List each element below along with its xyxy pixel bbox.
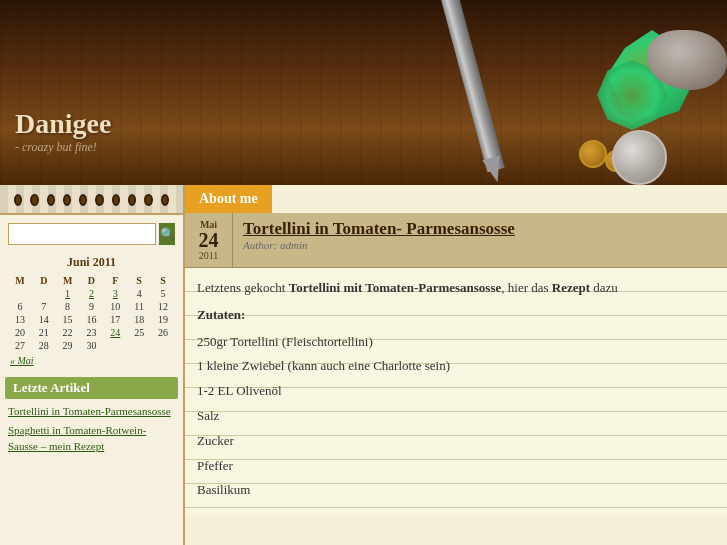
latest-articles-title: Letzte Artikel [5,377,178,399]
coin-1 [579,140,607,168]
cal-cell: 11 [127,300,151,313]
cal-cell: 15 [56,313,80,326]
cal-header-d2: D [80,274,104,287]
cal-header-f: F [103,274,127,287]
cal-cell: 24 [103,326,127,339]
cal-header-m: M [8,274,32,287]
notebook-hole-2 [30,194,38,206]
cal-nav: « Mai [8,352,175,367]
search-input[interactable] [8,223,156,245]
site-name: Danigee [15,108,111,140]
coin-silver [612,130,667,185]
cal-cell: 22 [56,326,80,339]
ingredient-3: Salz [197,406,715,427]
tab-bar: About me [185,185,727,213]
ingredient-1: 1 kleine Zwiebel (kann auch eine Charlot… [197,356,715,377]
cal-day-link[interactable]: 3 [113,288,118,299]
cal-cell: 14 [32,313,56,326]
notebook-holes [0,190,183,210]
cal-cell: 27 [8,339,32,352]
cal-cell: 2 [80,287,104,300]
site-title-block: Danigee - croazy but fine! [15,108,111,155]
calendar-title: Juni 2011 [8,255,175,270]
site-header: Danigee - croazy but fine! [0,0,727,185]
post-intro-end2: dazu [590,280,618,295]
cal-cell: 23 [80,326,104,339]
tab-about-me[interactable]: About me [185,185,272,213]
post-area: Mai 24 2011 Tortellini in Tomaten- Parme… [185,213,727,515]
post-title[interactable]: Tortellini in Tomaten- Parmesansosse [243,219,717,239]
post-intro-text: Letztens gekocht [197,280,289,295]
cal-day-link[interactable]: 1 [65,288,70,299]
sidebar: 🔍 Juni 2011 M D M D F S S [0,185,185,545]
cal-cell: 3 [103,287,127,300]
calendar-row: 1 2 3 4 5 [8,287,175,300]
notebook-hole-5 [79,194,87,206]
calendar-nav-row: « Mai [8,352,175,367]
notebook-hole-4 [63,194,71,206]
cal-cell: 8 [56,300,80,313]
cal-header-m2: M [56,274,80,287]
sidebar-link-2[interactable]: Spaghetti in Tomaten-Rotwein-Sausse – me… [5,421,178,456]
cal-cell: 10 [103,300,127,313]
main-layout: 🔍 Juni 2011 M D M D F S S [0,185,727,545]
sidebar-link-1[interactable]: Tortellini in Tomaten-Parmesansosse [5,402,178,421]
cal-cell: 28 [32,339,56,352]
calendar: Juni 2011 M D M D F S S [0,250,183,372]
cal-cell: 25 [127,326,151,339]
post-year: 2011 [199,250,219,261]
notebook-hole-10 [161,194,169,206]
cal-header-d1: D [32,274,56,287]
cal-cell: 5 [151,287,175,300]
post-zutaten-label: Zutaten: [197,305,715,326]
calendar-row: 6 7 8 9 10 11 12 [8,300,175,313]
cal-cell: 21 [32,326,56,339]
cal-cell [32,287,56,300]
cal-cell: 6 [8,300,32,313]
post-intro: Letztens gekocht Tortellini mit Tomaten-… [197,278,715,299]
cal-cell: 13 [8,313,32,326]
cal-day-link[interactable]: 24 [110,327,120,338]
cal-cell [8,287,32,300]
calendar-row: 13 14 15 16 17 18 19 [8,313,175,326]
search-button[interactable]: 🔍 [159,223,175,245]
cal-cell: 29 [56,339,80,352]
post-intro-bold: Tortellini mit Tomaten-Parmesansosse [289,280,502,295]
site-subtitle: - croazy but fine! [15,140,111,155]
cal-cell [127,339,151,352]
search-box: 🔍 [0,215,183,250]
calendar-row: 27 28 29 30 [8,339,175,352]
cal-cell: 20 [8,326,32,339]
post-intro-end: , hier das [501,280,552,295]
post-date-box: Mai 24 2011 [185,213,233,267]
post-header: Mai 24 2011 Tortellini in Tomaten- Parme… [185,213,727,268]
notebook-hole-8 [128,194,136,206]
sidebar-links: Tortellini in Tomaten-Parmesansosse Spag… [0,402,183,456]
cal-cell: 16 [80,313,104,326]
cal-cell: 4 [127,287,151,300]
cal-cell: 19 [151,313,175,326]
calendar-row: 20 21 22 23 24 25 26 [8,326,175,339]
content-area: About me Mai 24 2011 Tortellini in Tomat… [185,185,727,545]
ingredient-4: Zucker [197,431,715,452]
ingredient-6: Basilikum [197,480,715,501]
notebook-hole-6 [95,194,103,206]
cal-day-link[interactable]: 2 [89,288,94,299]
cal-cell: 18 [127,313,151,326]
ingredient-2: 1-2 EL Olivenöl [197,381,715,402]
cal-prev-month-link[interactable]: « Mai [10,355,34,366]
cal-cell: 1 [56,287,80,300]
notebook-hole-1 [14,194,22,206]
cal-cell: 12 [151,300,175,313]
ingredient-0: 250gr Tortellini (Fleischtortellini) [197,332,715,353]
cal-header-s1: S [127,274,151,287]
post-intro-end-bold: Rezept [552,280,590,295]
notebook-hole-3 [47,194,55,206]
post-day: 24 [199,230,219,250]
notebook-top [0,185,183,215]
search-icon: 🔍 [160,227,175,241]
cal-header-s2: S [151,274,175,287]
cal-cell: 26 [151,326,175,339]
pen-body [441,0,505,172]
post-author: Author: admin [243,239,717,251]
